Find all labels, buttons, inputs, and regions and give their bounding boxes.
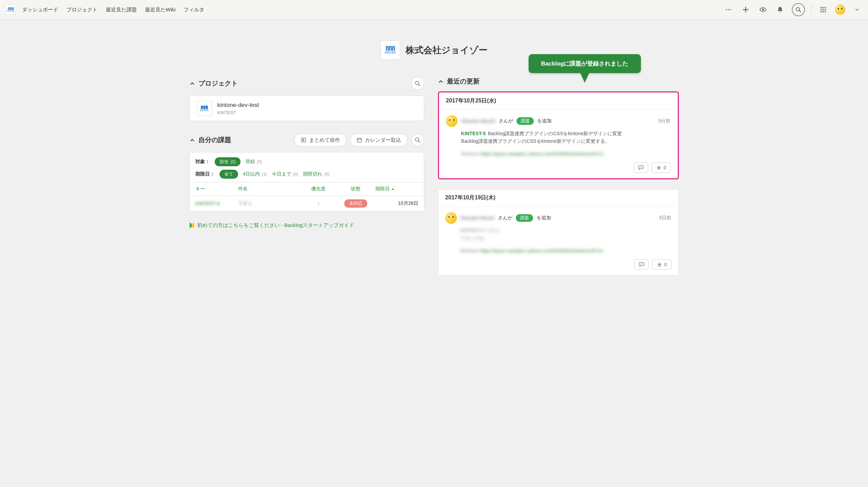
more-icon[interactable] xyxy=(723,4,734,15)
issue-due-cell: 10月26日 xyxy=(375,200,418,207)
update-user: Shizuka Kikuchi xyxy=(460,215,494,221)
section-projects-title: プロジェクト xyxy=(198,79,408,88)
avatar xyxy=(446,115,458,127)
chevron-down-icon[interactable] xyxy=(851,4,862,15)
search-icon[interactable] xyxy=(792,3,805,16)
company-title: 株式会社ジョイゾー xyxy=(406,44,488,56)
watch-icon[interactable] xyxy=(757,4,768,15)
filter-today[interactable]: 今日まで (0) xyxy=(272,171,298,177)
svg-rect-12 xyxy=(823,11,824,12)
book-icon xyxy=(190,222,194,229)
update-meta-link[interactable]: https://joyzo-sample1.cybozu.com/k/405/s… xyxy=(480,248,603,254)
callout: Backlogに課題が登録されました xyxy=(529,54,641,73)
star-button[interactable]: 0 xyxy=(652,259,672,270)
filter-overdue[interactable]: 期限切れ (0) xyxy=(303,171,329,177)
update-desc: Backlog課題連携プラグインのCSSをkintone新デザインに変更する。 xyxy=(461,137,671,145)
plus-icon[interactable] xyxy=(740,4,751,15)
filter-assigned[interactable]: 担当 (1) xyxy=(215,157,241,166)
startup-guide-link[interactable]: 初めての方はこちらをご覧ください - Backlogスタートアップガイド xyxy=(190,222,355,229)
update-desc: てすとです。 xyxy=(460,235,671,242)
calendar-import-button[interactable]: カレンダー取込 xyxy=(350,133,408,147)
svg-point-19 xyxy=(640,167,640,168)
col-key[interactable]: キー xyxy=(195,186,238,192)
svg-point-24 xyxy=(641,264,642,265)
col-due[interactable]: 期限日 xyxy=(375,186,418,192)
nav-filter[interactable]: フィルタ xyxy=(184,7,204,13)
update-issue-key[interactable]: KINTEST-5 xyxy=(461,131,486,136)
update-action-prefix: さんが xyxy=(499,118,513,124)
svg-point-2 xyxy=(730,9,731,10)
update-issue-key[interactable]: KINTEST-4 xyxy=(460,228,485,233)
svg-point-20 xyxy=(641,167,641,168)
filter-due-label: 期限日： xyxy=(195,171,215,177)
svg-point-0 xyxy=(726,9,727,10)
main-nav: ダッシュボード プロジェクト 最近見た課題 最近見たWiki フィルタ xyxy=(22,7,723,13)
chevron-up-icon[interactable] xyxy=(190,81,195,86)
project-card[interactable]: JOYZO kintone-dev-test KINTEST xyxy=(190,96,425,121)
svg-rect-6 xyxy=(823,7,824,8)
update-day-card: 2017年10月25日(水) Shizuka Kikuchi さんが 課題 を追… xyxy=(438,91,678,179)
bell-icon[interactable] xyxy=(775,4,786,15)
site-logo[interactable]: JOYZO xyxy=(6,4,16,15)
project-key: KINTEST xyxy=(217,110,259,115)
issue-subject-cell: てすと xyxy=(238,200,301,207)
priority-up-icon: ↑ xyxy=(301,201,336,206)
svg-rect-16 xyxy=(357,138,361,142)
svg-rect-11 xyxy=(820,11,822,12)
project-search-button[interactable] xyxy=(411,77,424,90)
update-time: 5分前 xyxy=(658,118,671,124)
update-day-card: 2017年10月19日(木) Shizuka Kikuchi さんが 課題 を追… xyxy=(438,189,678,276)
update-meta-label: #kintone xyxy=(461,151,479,157)
issue-search-button[interactable] xyxy=(411,133,424,147)
update-meta-link[interactable]: https://joyzo-sample1.cybozu.com/k/405/s… xyxy=(481,151,604,157)
apps-icon[interactable] xyxy=(818,4,829,15)
col-priority[interactable]: 優先度 xyxy=(301,186,336,192)
table-row[interactable]: KINTEST-4 てすと ↑ 未対応 10月26日 xyxy=(190,196,424,211)
section-updates-title: 最近の更新 xyxy=(447,77,678,86)
comment-button[interactable] xyxy=(634,162,648,173)
divider xyxy=(811,4,811,15)
svg-rect-9 xyxy=(823,9,824,10)
update-meta-label: #kintone xyxy=(460,248,479,254)
update-date: 2017年10月25日(水) xyxy=(439,92,677,110)
update-title: Backlog課題連携プラグインのCSSをkintone新デザインに変更 xyxy=(488,131,622,136)
issue-badge: 課題 xyxy=(517,117,534,125)
filter-registered[interactable]: 登録 (5) xyxy=(245,159,262,165)
filter-all[interactable]: 全て xyxy=(219,170,238,179)
issue-table-header: キー 件名 優先度 状態 期限日 xyxy=(190,182,424,196)
issue-badge: 課題 xyxy=(516,214,533,222)
svg-rect-8 xyxy=(820,9,822,10)
chevron-up-icon[interactable] xyxy=(438,79,443,84)
comment-button[interactable] xyxy=(634,259,649,270)
svg-point-21 xyxy=(642,167,642,168)
bulk-action-button[interactable]: まとめて操作 xyxy=(294,133,347,147)
nav-recent-issues[interactable]: 最近見た課題 xyxy=(106,7,137,13)
svg-point-3 xyxy=(762,9,764,11)
avatar xyxy=(445,212,457,224)
col-subject[interactable]: 件名 xyxy=(238,186,301,192)
company-logo: JOYZO xyxy=(381,40,400,60)
filter-within4[interactable]: 4日以内 (1) xyxy=(243,171,267,177)
update-item: Shizuka Kikuchi さんが 課題 を追加 5分前 KINTEST-5… xyxy=(439,110,677,178)
update-action-suffix: を追加 xyxy=(537,118,552,124)
chevron-up-icon[interactable] xyxy=(190,137,195,143)
nav-projects[interactable]: プロジェクト xyxy=(67,7,98,13)
nav-recent-wiki[interactable]: 最近見たWiki xyxy=(145,7,175,13)
update-time: 5日前 xyxy=(659,215,672,221)
star-button[interactable]: 0 xyxy=(652,162,671,173)
filter-target-label: 対象： xyxy=(195,159,210,165)
svg-point-23 xyxy=(640,264,641,265)
top-bar: JOYZO ダッシュボード プロジェクト 最近見た課題 最近見たWiki フィル… xyxy=(0,0,868,20)
update-title: てすと xyxy=(486,228,501,233)
update-date: 2017年10月19日(木) xyxy=(438,189,678,207)
nav-dashboard[interactable]: ダッシュボード xyxy=(22,7,58,13)
col-status[interactable]: 状態 xyxy=(336,186,376,192)
update-item: Shizuka Kikuchi さんが 課題 を追加 5日前 KINTEST-4… xyxy=(438,207,678,275)
update-action-prefix: さんが xyxy=(498,215,512,221)
status-badge: 未対応 xyxy=(344,199,367,208)
svg-point-25 xyxy=(642,264,643,265)
svg-rect-10 xyxy=(825,9,826,10)
section-my-issues-title: 自分の課題 xyxy=(198,136,291,145)
svg-rect-7 xyxy=(825,7,826,8)
avatar[interactable] xyxy=(835,4,845,15)
